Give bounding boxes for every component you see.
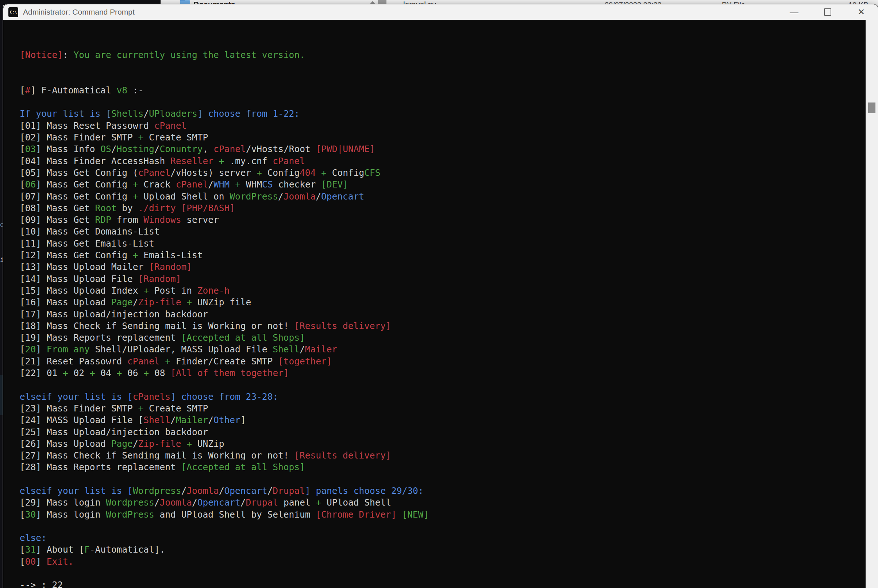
terminal-text-segment: Opencart [321,191,364,202]
terminal-text-segment: [Notice] [20,50,63,60]
terminal-line: [09] Mass Get RDP from Windows server [20,214,866,226]
minimize-button[interactable]: — [777,4,811,20]
terminal-text-segment: + [90,368,95,378]
maximize-button[interactable] [811,4,844,20]
terminal-text-segment: Emails-List [138,250,203,261]
terminal-text-segment: Mailer [176,415,209,425]
terminal-text-segment: cPanel [273,156,305,166]
terminal-text-segment: Shell/UPloader, MASS Upload File [90,344,273,354]
terminal-text-segment: [02] Mass Finder SMTP [20,132,138,142]
terminal-text-segment: ] Mass Info [36,144,101,154]
terminal-text-segment: [19] Mass Reports replacement [20,332,182,343]
terminal-text-segment: [12] Mass Get Config [20,250,133,261]
terminal-line: [04] Mass Finder AccessHash Reseller + .… [20,155,866,167]
terminal-text-segment: Page [111,438,133,449]
terminal-text-segment: Hosting [117,144,155,154]
terminal-scrollbar-thumb[interactable] [868,102,875,113]
terminal-text-segment: / [133,297,138,308]
terminal-text-segment: ] Mass Get Config [36,179,133,190]
terminal-text-segment: [ [20,556,25,567]
terminal-text-segment: + [165,356,170,367]
terminal-text-segment: Exit. [47,556,74,567]
terminal-line: [22] 01 + 02 + 04 + 06 + 08 [All of them… [20,368,866,379]
terminal-text-segment: 06 [25,179,36,190]
terminal-text-segment: 31 [25,544,36,555]
terminal-text-segment: UNZip [192,438,224,449]
terminal-text-segment: Shell [143,415,170,425]
terminal-line: [05] Mass Get Config (cPanel/vHosts) ser… [20,167,866,179]
terminal-line: [17] Mass Upload/injection backdoor [20,309,866,320]
terminal-line: [07] Mass Get Config + Upload Shell on W… [20,191,866,202]
terminal-text-segment: [Chrome Driver] [316,509,396,520]
terminal-text-segment: Mailer [305,344,338,354]
background-window-sliver: e il [0,5,3,588]
terminal-text-segment: [ [20,344,25,354]
terminal-text-segment: elseif your list is [ [20,486,133,496]
terminal-text-segment: Create SMTP [143,403,208,414]
terminal-text-segment: You are currently using the latest versi… [68,50,305,60]
terminal-text-segment: elseif your list is [ [20,392,133,402]
terminal-text-segment: ] Mass login [36,509,106,520]
terminal-text-segment: [25] Mass Upload/injection backdoor [20,427,208,437]
terminal-text-segment: Crack [138,179,176,190]
terminal-text-segment: / [219,486,224,496]
terminal-scrollbar[interactable] [866,20,878,588]
terminal-text-segment: + [117,368,122,378]
terminal-text-segment: [Results delivery] [294,450,391,461]
terminal-text-segment: [22] 01 [20,368,63,378]
terminal-line: [01] Mass Reset Passowrd cPanel [20,120,866,132]
terminal-text-segment: cPanel [176,179,209,190]
terminal-text-segment: Joomla [186,486,219,496]
terminal-text-segment: cPanel [213,144,246,154]
terminal-text-segment: ] [240,415,246,425]
terminal-text-segment: /vHosts) server [170,167,257,178]
terminal-text-segment: Wordpress [133,486,182,496]
terminal-text-segment: Shell [273,344,300,354]
terminal-text-segment: [ [20,544,25,555]
terminal-line: [10] Mass Get Domains-List [20,226,866,237]
terminal-text-segment: / [240,497,246,508]
terminal-text-segment: Zone-h [197,285,230,296]
terminal-text-segment: -Automatical]. [90,544,165,555]
terminal-text-segment: [23] Mass Finder SMTP [20,403,138,414]
terminal-text-segment: Page [111,297,133,308]
terminal-line [20,568,866,579]
terminal-output[interactable]: [Notice]: You are currently using the la… [3,20,866,588]
terminal-text-segment: 404 [300,167,316,178]
cmd-icon[interactable]: C:\ [8,7,18,17]
terminal-text-segment: 06 [122,368,143,378]
terminal-line: [13] Mass Upload Mailer [Random] [20,261,866,273]
terminal-text-segment: and UPload Shell by Selenium [155,509,316,520]
terminal-text-segment: + [257,167,262,178]
terminal-text-segment: [24] MASS Upload File [ [20,415,143,425]
terminal-text-segment: Drupal [273,486,305,496]
titlebar[interactable]: C:\ Administrator: Command Prompt — ✕ [3,4,878,20]
terminal-line: [20] From any Shell/UPloader, MASS Uploa… [20,344,866,355]
terminal-line: [30] Mass login WordPress and UPload She… [20,509,866,520]
close-button[interactable]: ✕ [844,4,878,20]
terminal-line [20,474,866,485]
terminal-text-segment: 03 [25,144,36,154]
terminal-text-segment: + [143,285,149,296]
terminal-text-segment: + [133,191,138,202]
terminal-text-segment: .my.cnf [224,156,273,166]
minimize-icon: — [790,10,798,14]
terminal-text-segment: / [182,486,187,496]
terminal-line: [18] Mass Check if Sending mail is Worki… [20,320,866,332]
terminal-text-segment: OS [101,144,111,154]
terminal-text-segment: ] choose from 23-28: [170,392,278,402]
terminal-text-segment [213,156,219,166]
terminal-text-segment: ] [36,556,47,567]
terminal-line: [29] Mass login Wordpress/Joomla/Opencar… [20,497,866,508]
terminal-line [20,96,866,108]
terminal-text-segment: Config [262,167,300,178]
terminal-text-segment: + [133,250,138,261]
terminal-text-segment: / [316,191,321,202]
terminal-text-segment: + [321,167,327,178]
terminal-line [20,379,866,391]
terminal-text-segment: cPanel [128,356,160,367]
terminal-text-segment: Finder/Create SMTP [170,356,278,367]
terminal-text-segment: / [267,486,273,496]
terminal-text-segment: CS [262,179,273,190]
terminal-text-segment: + [186,297,192,308]
